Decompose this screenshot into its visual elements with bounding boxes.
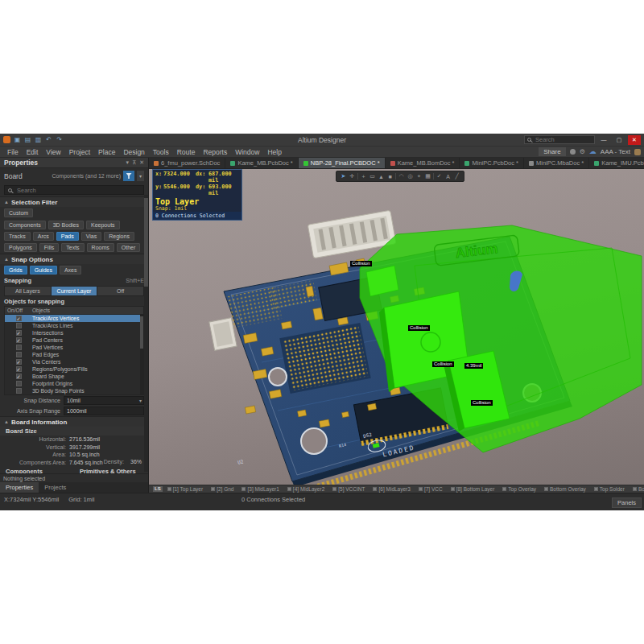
- rectangle-icon[interactable]: ▭: [369, 173, 376, 180]
- checkbox[interactable]: [16, 323, 22, 328]
- layer-tab-top[interactable]: [1] Top Layer: [164, 486, 206, 492]
- maximize-button[interactable]: ▢: [613, 135, 625, 145]
- snap-mode-all-layers[interactable]: All Layers: [5, 287, 52, 295]
- dropdown-icon[interactable]: ▾: [139, 398, 143, 403]
- filter-tracks[interactable]: Tracks: [4, 232, 31, 241]
- layer-tab-bottom-solder[interactable]: Bottom Solder: [630, 486, 644, 492]
- menu-view[interactable]: View: [42, 148, 64, 156]
- add-icon[interactable]: +: [360, 174, 367, 180]
- axis-snap-range-field[interactable]: [64, 407, 144, 415]
- table-scrollbar[interactable]: [140, 315, 143, 394]
- checkbox[interactable]: ✓: [16, 316, 22, 321]
- redo-icon[interactable]: ↷: [56, 136, 63, 143]
- menu-design[interactable]: Design: [119, 148, 148, 156]
- layer-tab-mid1[interactable]: [3] MidLayer1: [238, 486, 282, 492]
- filter-vias[interactable]: Vias: [81, 232, 102, 241]
- layer-tab-mid2[interactable]: [4] MidLayer2: [284, 486, 328, 492]
- undo-icon[interactable]: ↶: [45, 136, 52, 143]
- filter-fills[interactable]: Fills: [39, 243, 59, 252]
- table-row[interactable]: ✓Via Centers: [5, 358, 143, 365]
- layer-tab-top-overlay[interactable]: Top Overlay: [499, 486, 539, 492]
- minimize-button[interactable]: —: [597, 135, 610, 145]
- doc-tab[interactable]: Kame_IMU.PcbDoc *: [589, 158, 644, 168]
- menu-project[interactable]: Project: [65, 148, 94, 156]
- select-icon[interactable]: ➤: [340, 173, 347, 180]
- layer-tab-gnd[interactable]: [2] Gnd: [208, 486, 237, 492]
- menu-edit[interactable]: Edit: [23, 148, 43, 156]
- doc-tab[interactable]: Kame_MB.BomDoc *: [386, 158, 460, 168]
- layer-tab-top-solder[interactable]: Top Solder: [591, 486, 628, 492]
- checkbox[interactable]: ✓: [16, 359, 22, 365]
- doc-tab[interactable]: Kame_MB.PcbDoc *: [225, 158, 298, 168]
- bell-icon[interactable]: [570, 149, 576, 155]
- layer-tab-bottom-overlay[interactable]: Bottom Overlay: [541, 486, 589, 492]
- pour-icon[interactable]: ▲: [378, 174, 385, 180]
- snap-axes-button[interactable]: Axes: [60, 266, 82, 275]
- save-icon[interactable]: ▣: [14, 136, 21, 143]
- gear-icon[interactable]: ⚙: [580, 149, 585, 155]
- checkbox[interactable]: [16, 352, 22, 357]
- filter-button[interactable]: [123, 171, 134, 181]
- filter-components[interactable]: Components: [4, 221, 46, 229]
- pin-icon[interactable]: ⊼: [132, 159, 136, 166]
- table-row[interactable]: ✓Pad Centers: [5, 336, 143, 344]
- filter-pads[interactable]: Pads: [56, 232, 79, 241]
- menu-reports[interactable]: Reports: [199, 148, 231, 156]
- panel-close-icon[interactable]: ✕: [139, 159, 144, 166]
- filter-regions[interactable]: Regions: [104, 232, 134, 241]
- via-icon[interactable]: ◎: [407, 173, 414, 180]
- filter-polygons[interactable]: Polygons: [4, 243, 37, 252]
- checkbox[interactable]: ✓: [16, 330, 22, 336]
- collapse-icon[interactable]: ▲: [4, 257, 9, 262]
- menu-place[interactable]: Place: [94, 148, 119, 156]
- table-row[interactable]: Track/Arcs Lines: [5, 322, 143, 329]
- layer-tab-bottom[interactable]: [8] Bottom Layer: [448, 486, 498, 492]
- layer-tab-mid3[interactable]: [6] MidLayer3: [369, 486, 413, 492]
- close-button[interactable]: ✕: [628, 135, 641, 145]
- global-search-input[interactable]: [534, 135, 590, 144]
- doc-tab[interactable]: 6_fmu_power.SchDoc: [149, 158, 225, 168]
- move-icon[interactable]: ✛: [349, 173, 356, 180]
- axis-snap-range-input[interactable]: [64, 408, 143, 414]
- filter-keepouts[interactable]: Keepouts: [86, 221, 120, 229]
- checkbox[interactable]: [16, 345, 22, 350]
- collapse-icon[interactable]: ▲: [4, 419, 9, 424]
- snap-guides-button[interactable]: Guides: [30, 266, 57, 275]
- menu-file[interactable]: File: [3, 148, 23, 156]
- filter-arcs[interactable]: Arcs: [33, 232, 54, 241]
- checkbox[interactable]: ✓: [16, 374, 22, 379]
- snap-distance-input[interactable]: [64, 398, 139, 403]
- filter-texts[interactable]: Texts: [61, 243, 84, 252]
- table-row[interactable]: ✓Intersections: [5, 329, 143, 336]
- snap-mode-current-layer[interactable]: Current Layer: [52, 287, 98, 295]
- table-row[interactable]: ✓Regions/Polygons/Fills: [5, 365, 143, 373]
- menu-tools[interactable]: Tools: [149, 148, 173, 156]
- layer-set-chip[interactable]: LS: [153, 486, 163, 492]
- checkbox[interactable]: [16, 388, 22, 394]
- doc-tab-active[interactable]: NBP-28_Final.PCBDOC *: [299, 158, 386, 168]
- panel-search[interactable]: [4, 185, 144, 195]
- filter-other[interactable]: Other: [117, 243, 141, 252]
- pcb-3d-viewport[interactable]: Altium x:7324.000 dx:687.000 mil y:5546.…: [149, 169, 644, 485]
- table-row[interactable]: Pad Vertices: [5, 344, 143, 351]
- table-row[interactable]: ✓Board Shape: [5, 373, 143, 380]
- table-row[interactable]: Pad Edges: [5, 351, 143, 358]
- measure-icon[interactable]: ✓: [436, 173, 443, 180]
- origin-icon[interactable]: ⌖: [415, 173, 423, 180]
- table-row[interactable]: ✓Track/Arcs Vertices: [5, 315, 143, 322]
- filter-rooms[interactable]: Rooms: [87, 243, 114, 252]
- layer-tab-vccint[interactable]: [5] VCCINT: [329, 486, 368, 492]
- panel-scrollbar[interactable]: [144, 195, 148, 472]
- panel-search-input[interactable]: [15, 186, 128, 195]
- share-button[interactable]: Share: [539, 147, 565, 156]
- checkbox[interactable]: ✓: [16, 337, 22, 343]
- filter-3d-bodies[interactable]: 3D Bodies: [48, 221, 84, 229]
- table-row[interactable]: 3D Body Snap Points: [5, 387, 143, 394]
- checkbox[interactable]: [16, 381, 22, 386]
- open-icon[interactable]: ▤: [24, 136, 31, 143]
- doc-tab[interactable]: MiniPC.PcbDoc *: [460, 158, 524, 168]
- fill-icon[interactable]: ■: [386, 174, 394, 180]
- text-icon[interactable]: A: [444, 174, 452, 180]
- checkbox[interactable]: ✓: [16, 366, 22, 372]
- global-search[interactable]: [524, 135, 595, 144]
